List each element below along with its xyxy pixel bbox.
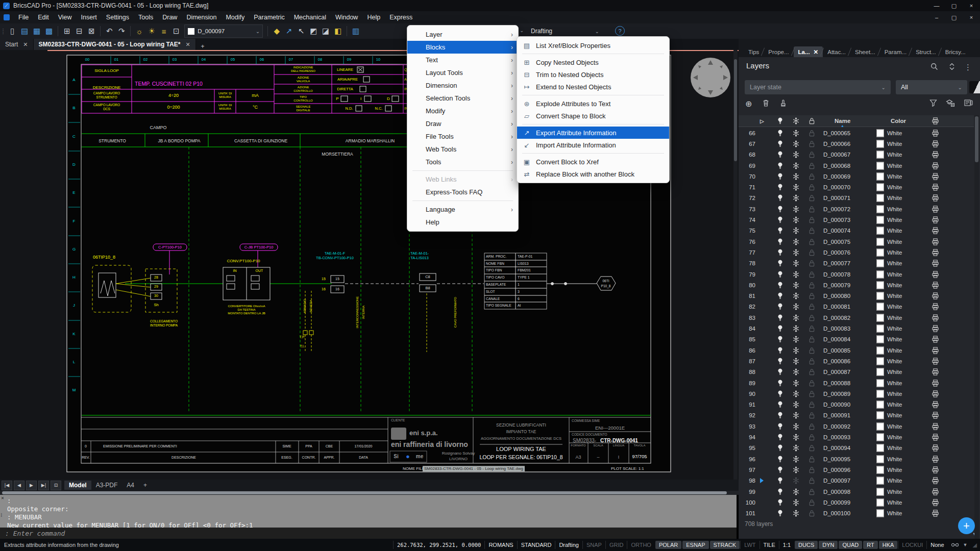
- redo-icon[interactable]: ↷: [115, 25, 128, 37]
- express-item-text[interactable]: Text›: [407, 54, 518, 66]
- layer-row[interactable]: 95D_000094White: [739, 443, 974, 454]
- close-panel-tab-icon[interactable]: ✕: [814, 48, 819, 56]
- layer-row[interactable]: 81D_000080White: [739, 291, 974, 302]
- layer-row[interactable]: 99D_000098White: [739, 486, 974, 497]
- menu-draw[interactable]: Draw: [158, 12, 182, 22]
- layout-tab-a3-pdf[interactable]: A3-PDF: [91, 481, 122, 490]
- menu-tools[interactable]: Tools: [134, 12, 158, 22]
- submenu-item-trim-to-nested-objects[interactable]: ⊟Trim to Nested Objects: [517, 68, 669, 81]
- layer-row[interactable]: 68D_000067White: [739, 149, 974, 160]
- express-item-layout-tools[interactable]: Layout Tools›: [407, 66, 518, 79]
- submenu-item-replace-block-with-another-block[interactable]: ⇄Replace Block with another Block: [517, 168, 669, 180]
- layer-row[interactable]: 70D_000069White: [739, 171, 974, 182]
- layer-row[interactable]: 77D_000076White: [739, 247, 974, 258]
- express-item-express-tools-faq[interactable]: Express-Tools FAQ: [407, 186, 518, 198]
- layer-row[interactable]: 72D_000071White: [739, 193, 974, 204]
- express-item-help[interactable]: Help: [407, 216, 518, 229]
- express-item-tools[interactable]: Tools›: [407, 156, 518, 168]
- layer-row[interactable]: 96D_000095White: [739, 454, 974, 464]
- add-layer-fab[interactable]: +: [958, 517, 975, 534]
- status-ortho[interactable]: ORTHO: [627, 541, 655, 549]
- command-history[interactable]: ✕ ⁞⁞ :Opposite corner:: MENUBARNew curre…: [0, 495, 737, 528]
- layer-filter-dropdown[interactable]: All ⌄: [896, 80, 967, 94]
- status-romans[interactable]: ROMANS: [484, 541, 517, 549]
- plot-preview-icon[interactable]: ⊞: [61, 25, 73, 37]
- purge-layers-icon[interactable]: [779, 99, 787, 107]
- layer-row[interactable]: 67D_000066White: [739, 138, 974, 149]
- layer-row[interactable]: 84D_000083White: [739, 323, 974, 334]
- maximize-button[interactable]: ▢: [945, 0, 963, 11]
- panel-tab-attac[interactable]: Attac...: [823, 46, 850, 57]
- last-layout-icon[interactable]: ▶|: [38, 481, 49, 490]
- menu-insert[interactable]: Insert: [77, 12, 102, 22]
- status-grid[interactable]: GRID: [605, 541, 627, 549]
- layer-row[interactable]: 91D_000090White: [739, 399, 974, 410]
- status-tile[interactable]: TILE: [760, 541, 779, 549]
- status-hka[interactable]: HKA: [879, 541, 898, 549]
- layer-row[interactable]: 71D_000070White: [739, 182, 974, 193]
- undo-icon[interactable]: ↶: [103, 25, 115, 37]
- layer-row[interactable]: 98D_000097White: [739, 475, 974, 486]
- first-layout-icon[interactable]: |◀: [2, 481, 12, 490]
- delete-layer-icon[interactable]: [762, 99, 770, 107]
- status-caret-icon[interactable]: ▼: [963, 542, 968, 547]
- express-item-language[interactable]: Language›: [407, 203, 518, 216]
- toolbar-overflow-chevron[interactable]: ⌄: [520, 28, 524, 33]
- status-esnap[interactable]: ESNAP: [682, 541, 708, 549]
- layer-row[interactable]: 100D_000099White: [739, 497, 974, 508]
- new-layout-button[interactable]: +: [139, 481, 152, 490]
- plot-icon[interactable]: ⊟: [73, 25, 85, 37]
- add-layer-icon[interactable]: ⊕: [745, 99, 752, 109]
- command-input[interactable]: : Enter command: [0, 528, 737, 539]
- express-item-blocks[interactable]: Blocks›: [407, 41, 518, 54]
- status-strack[interactable]: STRACK: [710, 541, 740, 549]
- layer-settings-icon[interactable]: [946, 99, 954, 107]
- save-as-icon[interactable]: ▩: [43, 25, 55, 37]
- close-tab-icon[interactable]: ✕: [23, 41, 28, 48]
- menu-view[interactable]: View: [54, 12, 77, 22]
- menu-parametric[interactable]: Parametric: [249, 12, 289, 22]
- layer-row[interactable]: 76D_000075White: [739, 236, 974, 247]
- kebab-menu-icon[interactable]: ⋮: [964, 63, 972, 72]
- workspace-combo[interactable]: Drafting ⌄: [531, 26, 602, 37]
- status-1:1[interactable]: 1:1: [779, 541, 794, 549]
- layer-row[interactable]: 74D_000073White: [739, 214, 974, 225]
- panels-icon[interactable]: ▥: [350, 25, 362, 37]
- layer-lock-icon[interactable]: ≡: [158, 25, 170, 37]
- next-layout-icon[interactable]: ▶: [26, 481, 37, 490]
- close-button[interactable]: ×: [963, 0, 980, 11]
- submenu-item-convert-shape-to-block[interactable]: ▱Convert Shape to Block: [517, 110, 669, 122]
- layer-row[interactable]: 94D_000093White: [739, 432, 974, 442]
- submenu-item-export-attribute-information[interactable]: ↗Export Attribute Information: [517, 127, 669, 139]
- panel-tab-prope[interactable]: Prope...: [764, 46, 793, 57]
- match-properties-icon[interactable]: ↗: [283, 25, 295, 37]
- new-tab-button[interactable]: +: [196, 43, 210, 50]
- doc-close-button[interactable]: ×: [963, 11, 980, 23]
- layer-row[interactable]: 82D_000081White: [739, 302, 974, 312]
- canvas-vertical-scrollbar[interactable]: [733, 50, 738, 480]
- layer-thaw-icon[interactable]: ☀: [145, 25, 158, 37]
- layer-row[interactable]: 92D_000091White: [739, 410, 974, 421]
- menu-modify[interactable]: Modify: [221, 12, 249, 22]
- hide-objects-icon[interactable]: ◪: [320, 25, 332, 37]
- layer-row[interactable]: 79D_000078White: [739, 269, 974, 280]
- menu-help[interactable]: Help: [362, 12, 385, 22]
- menu-dimension[interactable]: Dimension: [182, 12, 221, 22]
- help-button[interactable]: ?: [615, 26, 625, 36]
- layer-row[interactable]: 80D_000079White: [739, 280, 974, 290]
- filter-icon[interactable]: [929, 99, 937, 107]
- layer-row[interactable]: 87D_000086White: [739, 356, 974, 366]
- brush-icon[interactable]: ◆: [271, 25, 283, 37]
- publish-icon[interactable]: ⊠: [85, 25, 97, 37]
- express-item-web-links[interactable]: Web Links›: [407, 173, 518, 186]
- save-icon[interactable]: ▦: [31, 25, 43, 37]
- menu-window[interactable]: Window: [331, 12, 362, 22]
- status-dyn[interactable]: DYN: [819, 541, 838, 549]
- current-layer-combo[interactable]: D_000097 ⌄: [184, 24, 263, 38]
- panel-tab-sheet[interactable]: Sheet...: [850, 46, 880, 57]
- doc-minimize-button[interactable]: –: [928, 11, 945, 23]
- layer-row[interactable]: 93D_000092White: [739, 421, 974, 432]
- expand-collapse-icon[interactable]: [948, 63, 955, 70]
- express-item-web-tools[interactable]: Web Tools›: [407, 143, 518, 156]
- submenu-item-copy-nested-objects[interactable]: ⊞Copy Nested Objects: [517, 56, 669, 68]
